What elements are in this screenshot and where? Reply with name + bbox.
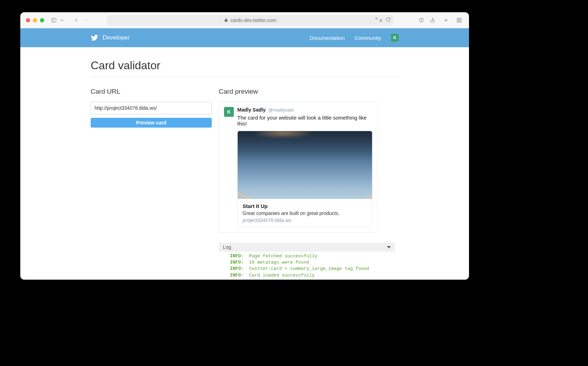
browser-titlebar: cards-dev.twitter.com ᄏᴀ	[20, 12, 469, 28]
tweet-author-handle: @madlysaid	[268, 107, 294, 113]
brand-label[interactable]: Developer	[103, 34, 130, 41]
svg-rect-0	[52, 18, 56, 22]
chevron-down-icon[interactable]	[59, 16, 64, 24]
forward-button-icon[interactable]	[82, 16, 90, 24]
summary-card[interactable]: Start It Up Great companies are built on…	[237, 131, 372, 228]
browser-window: cards-dev.twitter.com ᄏᴀ	[20, 12, 469, 280]
svg-rect-7	[457, 21, 459, 22]
card-preview: K Madly Sadly @madlysaid The card for yo…	[219, 102, 378, 233]
back-button-icon[interactable]	[72, 16, 80, 24]
log-section: Log INFO: Page fetched successfully INFO…	[219, 243, 395, 279]
window-close-icon[interactable]	[26, 18, 30, 22]
log-output: INFO: Page fetched successfully INFO: 18…	[219, 252, 395, 279]
user-avatar[interactable]: K	[391, 34, 399, 42]
site-header: Developer Documentation Community K	[20, 28, 469, 47]
card-url-label: Card URL	[91, 88, 212, 95]
window-zoom-icon[interactable]	[40, 18, 44, 22]
nav-community[interactable]: Community	[355, 35, 381, 41]
log-label: Log	[223, 244, 231, 250]
reload-icon[interactable]	[386, 17, 391, 23]
address-text: cards-dev.twitter.com	[230, 17, 276, 23]
card-title: Start It Up	[243, 203, 367, 209]
card-image	[238, 131, 372, 199]
twitter-bird-icon[interactable]	[91, 34, 98, 42]
log-toggle[interactable]: Log	[219, 243, 395, 252]
nav-documentation[interactable]: Documentation	[309, 35, 345, 41]
lock-icon	[224, 17, 228, 23]
tabs-overview-icon[interactable]	[455, 16, 463, 24]
tweet-avatar: K	[224, 107, 234, 117]
shield-icon[interactable]	[417, 16, 426, 24]
svg-rect-5	[457, 18, 459, 20]
tweet-author-name: Madly Sadly	[237, 107, 266, 113]
card-preview-label: Card preview	[219, 88, 399, 95]
page-title: Card validator	[91, 59, 399, 77]
tweet-userline: Madly Sadly @madlysaid	[237, 107, 372, 113]
window-traffic-lights	[26, 18, 44, 22]
chevron-down-icon	[387, 246, 391, 249]
tweet-text: The card for your website will look a li…	[237, 115, 372, 127]
window-minimize-icon[interactable]	[33, 18, 37, 22]
card-description: Great companies are built on great produ…	[243, 210, 367, 216]
svg-rect-6	[460, 18, 461, 20]
svg-rect-8	[460, 21, 461, 22]
card-url-input[interactable]	[91, 102, 212, 114]
page-content: Developer Documentation Community K Card…	[20, 28, 469, 280]
card-domain: project334076.tilda.ws	[243, 217, 367, 223]
share-icon[interactable]	[428, 16, 437, 24]
new-tab-icon[interactable]	[442, 16, 450, 24]
translate-icon[interactable]: ᄏᴀ	[375, 17, 382, 23]
sidebar-toggle-icon[interactable]	[50, 16, 58, 24]
address-bar[interactable]: cards-dev.twitter.com ᄏᴀ	[107, 15, 393, 26]
preview-card-button[interactable]: Preview card	[91, 118, 212, 128]
